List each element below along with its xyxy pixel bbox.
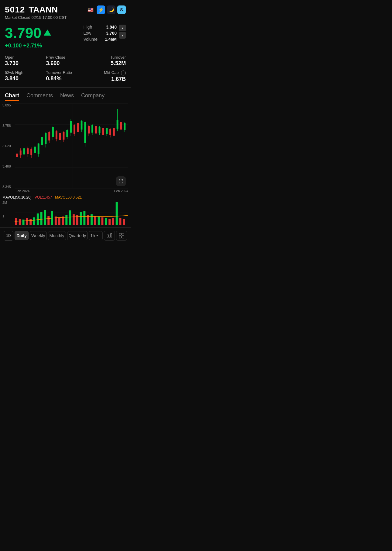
y-label-5: 3.345 <box>2 185 13 189</box>
turnover-ratio-value: 0.84% <box>46 75 84 82</box>
svg-rect-97 <box>108 219 111 225</box>
svg-rect-85 <box>65 215 67 225</box>
turnover-ratio-label: Turnover Ratio <box>46 70 84 75</box>
svg-rect-35 <box>66 130 68 137</box>
svg-rect-49 <box>91 125 93 133</box>
moon-icon[interactable]: 🌙 <box>107 5 115 14</box>
svg-rect-79 <box>44 210 46 225</box>
1h-btn[interactable]: 1h ▼ <box>89 231 103 240</box>
svg-rect-90 <box>83 211 85 225</box>
scroll-down-btn[interactable]: ▼ <box>119 32 126 39</box>
week52-stat: 52wk High 3.840 <box>5 70 43 82</box>
svg-rect-33 <box>63 132 64 140</box>
svg-rect-59 <box>109 129 111 135</box>
bottom-toolbar: 1D Daily Weekly Monthly Quarterly 1h ▼ <box>0 227 131 244</box>
lightning-icon[interactable]: ⚡ <box>97 5 105 14</box>
volume-svg <box>15 201 128 225</box>
header-section: 5012 TAANN 🇲🇾 ⚡ 🌙 S Market Closed 02/15 … <box>0 0 131 22</box>
svg-rect-103 <box>109 235 110 237</box>
layout-btn[interactable] <box>116 231 127 241</box>
svg-rect-93 <box>94 216 96 225</box>
vol-header: MAVOL(50,10,20) VOL:1.457 MAVOL50:0.521 <box>1 193 129 201</box>
open-stat: Open 3.730 <box>5 55 43 67</box>
svg-rect-71 <box>15 218 17 225</box>
mkt-cap-stat: Mkt Cap ··· 1.67B <box>87 70 126 82</box>
prev-close-label: Prev Close <box>46 55 84 60</box>
prev-close-value: 3.690 <box>46 60 84 67</box>
week52-label: 52wk High <box>5 70 43 75</box>
volume-chart-container: 2M 1 <box>1 201 129 225</box>
y-label-2: 3.758 <box>2 124 13 127</box>
candlestick-chart <box>15 103 128 189</box>
x-label-jan: Jan 2024 <box>16 189 29 193</box>
x-axis-labels: Jan 2024 Feb 2024 <box>1 189 129 193</box>
svg-rect-95 <box>101 217 103 225</box>
dollar-icon[interactable]: S <box>117 5 126 14</box>
turnover-ratio-stat: Turnover Ratio 0.84% <box>46 70 84 82</box>
1d-btn[interactable]: 1D <box>4 231 13 241</box>
layout-icon <box>119 233 124 238</box>
compare-btn[interactable] <box>104 231 115 241</box>
svg-rect-75 <box>29 219 32 225</box>
quarterly-btn[interactable]: Quarterly <box>67 231 88 240</box>
tab-comments[interactable]: Comments <box>26 92 53 101</box>
high-row: High 3.840 <box>83 25 117 29</box>
svg-rect-23 <box>45 133 46 144</box>
svg-rect-39 <box>74 125 75 134</box>
mavol50-value: MAVOL50:0.521 <box>55 195 82 199</box>
candlestick-svg <box>15 103 128 189</box>
expand-chart-btn[interactable] <box>116 176 126 186</box>
svg-rect-94 <box>98 217 100 225</box>
svg-rect-104 <box>111 234 112 237</box>
hl-table: High 3.840 Low 3.700 Volume 1.46M <box>83 25 117 43</box>
svg-rect-80 <box>47 216 50 225</box>
svg-rect-84 <box>62 217 64 225</box>
svg-rect-67 <box>124 123 126 130</box>
current-price: 3.790 <box>5 25 51 41</box>
low-value: 3.700 <box>106 31 117 36</box>
malaysia-flag-icon[interactable]: 🇲🇾 <box>86 7 95 13</box>
svg-rect-21 <box>41 137 43 145</box>
compare-icon <box>107 233 112 238</box>
scroll-up-btn[interactable]: ▲ <box>119 25 126 31</box>
y-label-4: 3.488 <box>2 165 13 168</box>
open-label: Open <box>5 55 43 60</box>
svg-rect-100 <box>119 218 121 225</box>
vol-y-1: 1 <box>2 214 4 218</box>
low-label: Low <box>83 31 91 36</box>
svg-rect-101 <box>123 219 125 225</box>
svg-rect-41 <box>77 123 79 132</box>
svg-rect-27 <box>52 127 54 137</box>
turnover-stat: Turnover 5.52M <box>87 55 126 67</box>
svg-rect-9 <box>20 151 22 155</box>
monthly-btn[interactable]: Monthly <box>48 231 66 240</box>
tab-chart[interactable]: Chart <box>5 92 19 101</box>
svg-rect-92 <box>91 214 93 225</box>
svg-rect-37 <box>70 121 72 133</box>
y-axis-labels: 3.895 3.758 3.620 3.488 3.345 <box>1 103 15 189</box>
mkt-cap-info-icon[interactable]: ··· <box>121 71 126 75</box>
chevron-down-icon: ▼ <box>96 234 99 237</box>
daily-btn[interactable]: Daily <box>15 231 29 240</box>
high-label: High <box>83 25 92 29</box>
stock-name: TAANN <box>29 5 58 15</box>
tab-news[interactable]: News <box>60 92 74 101</box>
prev-close-stat: Prev Close 3.690 <box>46 55 84 67</box>
title-left: 5012 TAANN <box>5 5 58 15</box>
weekly-btn[interactable]: Weekly <box>30 231 47 240</box>
x-label-feb: Feb 2024 <box>114 189 128 193</box>
svg-rect-63 <box>117 120 119 129</box>
stock-code: 5012 <box>5 5 25 15</box>
price-change: +0.100 +2.71% <box>5 43 51 49</box>
svg-rect-83 <box>58 217 60 225</box>
svg-rect-61 <box>113 128 115 136</box>
volume-label: Volume <box>83 37 98 42</box>
tab-company[interactable]: Company <box>81 92 105 101</box>
main-chart-container: 3.895 3.758 3.620 3.488 3.345 <box>1 103 129 189</box>
svg-rect-13 <box>27 148 29 154</box>
price-section: 3.790 +0.100 +2.71% High 3.840 Low 3.700… <box>0 22 131 53</box>
svg-rect-73 <box>22 220 25 225</box>
svg-rect-7 <box>16 154 18 157</box>
svg-rect-106 <box>122 233 124 235</box>
svg-rect-99 <box>116 202 118 225</box>
